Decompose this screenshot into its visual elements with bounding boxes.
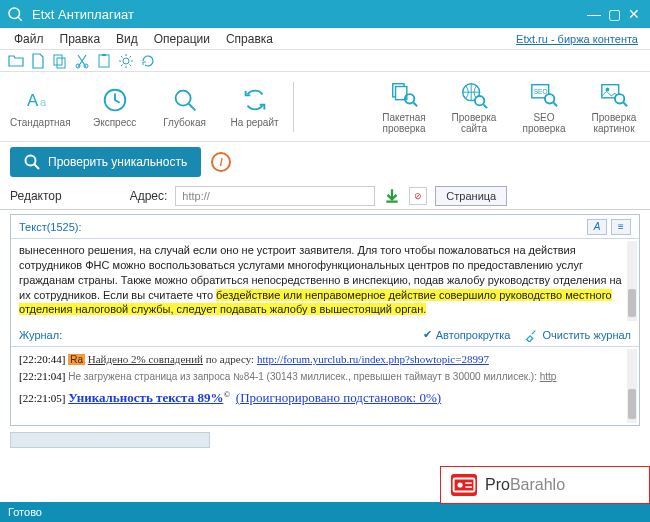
stop-icon[interactable] bbox=[211, 152, 231, 172]
journal-ignored[interactable]: (Проигнорировано подстановок: 0%) bbox=[236, 390, 441, 405]
svg-rect-6 bbox=[99, 55, 109, 67]
toolbar bbox=[0, 50, 650, 72]
mode-express[interactable]: Экспресс bbox=[89, 85, 141, 128]
menu-help[interactable]: Справка bbox=[218, 30, 281, 48]
maximize-button[interactable]: ▢ bbox=[604, 6, 624, 22]
menubar: Файл Правка Вид Операции Справка Etxt.ru… bbox=[0, 28, 650, 50]
page-button[interactable]: Страница bbox=[435, 186, 507, 206]
journal-url-short[interactable]: http bbox=[540, 371, 557, 382]
journal-ts: [22:21:04] bbox=[19, 370, 65, 382]
new-doc-icon[interactable] bbox=[30, 53, 46, 69]
editor-bar: Редактор Адрес: ⊘ Страница bbox=[0, 182, 650, 210]
autoscroll-checkbox[interactable]: ✔Автопрокрутка bbox=[423, 328, 511, 341]
broom-icon bbox=[524, 328, 538, 342]
refresh-icon[interactable] bbox=[140, 53, 156, 69]
site-check[interactable]: Проверка сайта bbox=[448, 80, 500, 134]
ribbon: Aa Стандартная Экспресс Глубокая На рера… bbox=[0, 72, 650, 142]
window-title: Etxt Антиплагиат bbox=[32, 7, 584, 22]
etxt-link[interactable]: Etxt.ru - биржа контента bbox=[516, 33, 644, 45]
image-check[interactable]: Проверка картинок bbox=[588, 80, 640, 134]
svg-rect-35 bbox=[465, 486, 472, 488]
journal-body[interactable]: [22:20:44] Ra Найдено 2% совпадений по а… bbox=[11, 347, 639, 425]
seo-magnifier-icon: SEO bbox=[529, 80, 559, 110]
svg-point-26 bbox=[606, 87, 610, 91]
open-folder-icon[interactable] bbox=[8, 53, 24, 69]
text-panel-header: Текст(1525): A ≡ bbox=[11, 215, 639, 239]
journal-scrollbar[interactable] bbox=[627, 349, 637, 423]
globe-magnifier-icon bbox=[459, 80, 489, 110]
svg-rect-34 bbox=[465, 482, 472, 484]
app-logo-icon bbox=[6, 5, 24, 23]
watermark-logo-icon bbox=[451, 474, 477, 496]
action-row: Проверить уникальность bbox=[0, 142, 650, 182]
address-input[interactable] bbox=[175, 186, 375, 206]
editor-label: Редактор bbox=[10, 189, 62, 203]
journal-uniqueness[interactable]: Уникальность текста 89% bbox=[68, 390, 223, 405]
mode-standard-label: Стандартная bbox=[10, 117, 71, 128]
progress-bar bbox=[10, 432, 210, 448]
clear-journal-button[interactable]: Очистить журнал bbox=[524, 328, 631, 342]
cut-icon[interactable] bbox=[74, 53, 90, 69]
svg-rect-7 bbox=[102, 54, 106, 56]
close-button[interactable]: ✕ bbox=[624, 6, 644, 22]
svg-point-12 bbox=[175, 91, 190, 106]
batch-check[interactable]: Пакетная проверка bbox=[378, 80, 430, 134]
mode-deep[interactable]: Глубокая bbox=[159, 85, 211, 128]
watermark-badge: ProBarahlo bbox=[440, 466, 650, 504]
svg-point-0 bbox=[9, 8, 20, 19]
minimize-button[interactable]: — bbox=[584, 6, 604, 22]
mode-standard[interactable]: Aa Стандартная bbox=[10, 85, 71, 128]
titlebar: Etxt Антиплагиат — ▢ ✕ bbox=[0, 0, 650, 28]
seo-check[interactable]: SEO SEO проверка bbox=[518, 80, 570, 134]
text-scrollbar[interactable] bbox=[627, 241, 637, 321]
svg-line-30 bbox=[34, 164, 39, 169]
menu-ops[interactable]: Операции bbox=[146, 30, 218, 48]
text-tool-a[interactable]: A bbox=[587, 219, 607, 235]
svg-line-1 bbox=[18, 17, 22, 21]
image-check-label: Проверка картинок bbox=[592, 112, 637, 134]
download-icon[interactable] bbox=[383, 187, 401, 205]
svg-point-27 bbox=[615, 94, 624, 103]
svg-text:a: a bbox=[40, 96, 47, 108]
svg-point-19 bbox=[475, 95, 484, 104]
svg-rect-2 bbox=[54, 55, 62, 65]
journal-badge: Ra bbox=[68, 354, 85, 365]
mode-express-label: Экспресс bbox=[93, 117, 136, 128]
mode-rewrite[interactable]: На рерайт bbox=[229, 85, 281, 128]
journal-header: Журнал: ✔Автопрокрутка Очистить журнал bbox=[11, 323, 639, 347]
mode-deep-label: Глубокая bbox=[163, 117, 206, 128]
address-label: Адрес: bbox=[130, 189, 168, 203]
paste-icon[interactable] bbox=[96, 53, 112, 69]
menu-view[interactable]: Вид bbox=[108, 30, 146, 48]
journal-url[interactable]: http://forum.yurclub.ru/index.php?showto… bbox=[257, 353, 489, 365]
journal-label: Журнал: bbox=[19, 329, 62, 341]
seo-check-label: SEO проверка bbox=[522, 112, 565, 134]
mode-rewrite-label: На рерайт bbox=[231, 117, 279, 128]
menu-file[interactable]: Файл bbox=[6, 30, 52, 48]
magnifier-icon bbox=[170, 85, 200, 115]
svg-line-28 bbox=[623, 102, 627, 106]
svg-line-17 bbox=[413, 102, 417, 106]
stack-magnifier-icon bbox=[389, 80, 419, 110]
text-aa-icon: Aa bbox=[25, 85, 55, 115]
copy-icon[interactable] bbox=[52, 53, 68, 69]
svg-text:SEO: SEO bbox=[534, 88, 548, 95]
settings-icon[interactable] bbox=[118, 53, 134, 69]
svg-point-23 bbox=[545, 94, 554, 103]
text-tool-lines[interactable]: ≡ bbox=[611, 219, 631, 235]
watermark-text: ProBarahlo bbox=[485, 476, 565, 494]
svg-line-24 bbox=[553, 102, 557, 106]
menu-edit[interactable]: Правка bbox=[52, 30, 109, 48]
journal-row: [22:21:04] Не загружена страница из запр… bbox=[19, 368, 631, 385]
magnifier-icon bbox=[24, 154, 40, 170]
check-uniqueness-button[interactable]: Проверить уникальность bbox=[10, 147, 201, 177]
svg-point-33 bbox=[458, 482, 463, 487]
status-text: Готово bbox=[8, 506, 42, 518]
site-check-label: Проверка сайта bbox=[452, 112, 497, 134]
text-body[interactable]: вынесенного решения, на случай если оно … bbox=[11, 239, 639, 323]
batch-check-label: Пакетная проверка bbox=[382, 112, 426, 134]
image-magnifier-icon bbox=[599, 80, 629, 110]
journal-row: [22:20:44] Ra Найдено 2% совпадений по а… bbox=[19, 351, 631, 368]
text-panel: Текст(1525): A ≡ вынесенного решения, на… bbox=[10, 214, 640, 426]
stop-small-icon[interactable]: ⊘ bbox=[409, 187, 427, 205]
